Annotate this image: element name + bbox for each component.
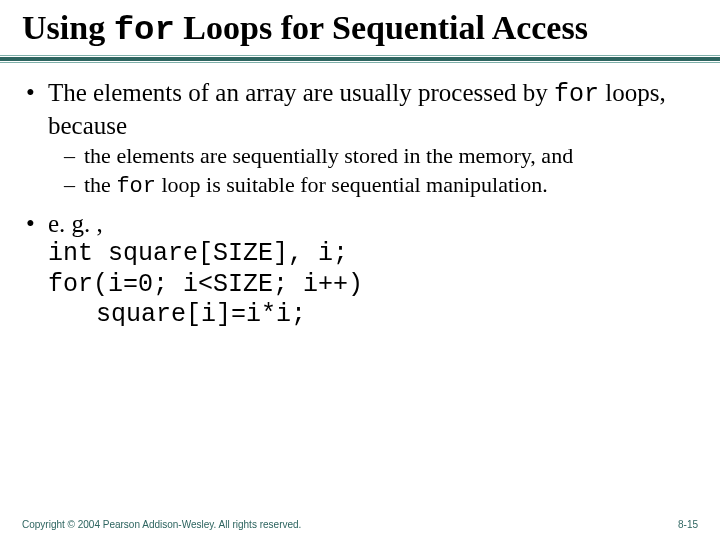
title-divider [0,54,720,64]
title-area: Using for Loops for Sequential Access [0,0,720,54]
sub-2-code: for [116,174,156,199]
bullet-1-pre: The elements of an array are usually pro… [48,79,554,106]
sub-marker: – [64,143,84,170]
sub-2-post: loop is suitable for sequential manipula… [156,172,548,197]
bullet-1-code: for [554,80,599,109]
sub-bullet-1: – the elements are sequentially stored i… [64,143,694,170]
bullet-2: • e. g. , int square[SIZE], i; for(i=0; … [26,209,694,331]
title-pre: Using [22,9,114,46]
code-line-2: for(i=0; i<SIZE; i++) [48,270,694,301]
sub-1-text: the elements are sequentially stored in … [84,143,694,170]
code-line-3: square[i]=i*i; [48,300,694,331]
sub-marker: – [64,172,84,201]
slide-footer: Copyright © 2004 Pearson Addison-Wesley.… [22,519,698,530]
bullet-1: • The elements of an array are usually p… [26,78,694,201]
copyright-text: Copyright © 2004 Pearson Addison-Wesley.… [22,519,301,530]
slide-title: Using for Loops for Sequential Access [22,8,698,50]
page-number: 8-15 [678,519,698,530]
bullet-marker: • [26,78,48,141]
title-code: for [114,11,175,49]
slide: Using for Loops for Sequential Access • … [0,0,720,540]
sub-bullet-2: – the for loop is suitable for sequentia… [64,172,694,201]
code-line-1: int square[SIZE], i; [48,239,694,270]
title-post: Loops for Sequential Access [175,9,588,46]
bullet-marker: • [26,209,48,331]
sub-2-pre: the [84,172,116,197]
code-example: int square[SIZE], i; for(i=0; i<SIZE; i+… [48,239,694,331]
slide-content: • The elements of an array are usually p… [0,64,720,331]
bullet-2-label: e. g. , [48,210,103,237]
